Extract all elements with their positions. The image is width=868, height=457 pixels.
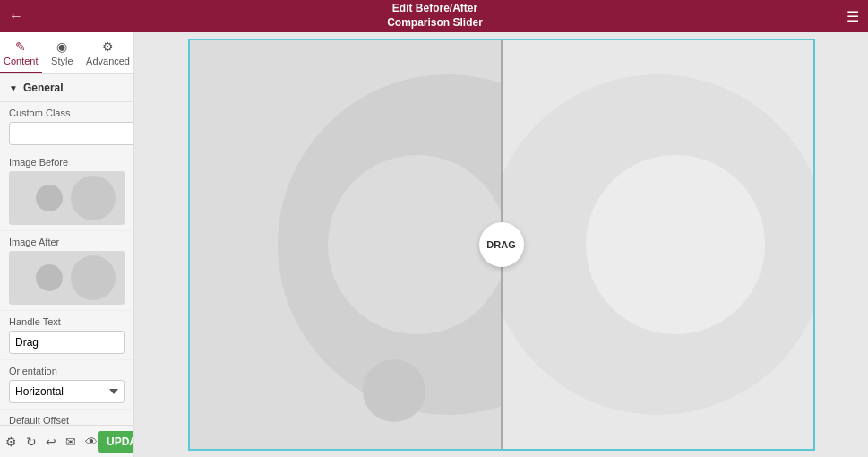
image-after-circle <box>36 264 63 291</box>
settings-icon[interactable]: ⚙ <box>5 435 17 449</box>
slider-widget[interactable]: DRAG <box>188 39 815 451</box>
back-icon[interactable]: ← <box>9 8 23 24</box>
handle-text-field: Handle Text <box>0 311 133 360</box>
content-icon: ✎ <box>15 39 26 54</box>
default-offset-field: Default Offset Default value is 50 (%) <box>0 410 133 425</box>
before-image-panel <box>190 40 502 449</box>
menu-icon[interactable]: ☰ <box>847 8 859 25</box>
preview-icon[interactable]: 👁 <box>85 435 98 449</box>
undo-icon[interactable]: ↩ <box>46 435 56 449</box>
canvas-area: DRAG <box>134 32 868 457</box>
image-after-label: Image After <box>9 237 125 247</box>
update-btn-group: UPDATE ▼ <box>98 431 134 453</box>
after-image-panel <box>502 40 813 449</box>
tab-style-label: Style <box>51 56 73 66</box>
orientation-select[interactable]: Horizontal Vertical <box>9 380 125 403</box>
general-arrow-icon: ▼ <box>9 83 18 93</box>
advanced-icon: ⚙ <box>102 39 114 54</box>
image-before-circle <box>36 185 63 211</box>
comment-icon[interactable]: ✉ <box>65 435 76 449</box>
image-before-placeholder[interactable] <box>9 171 125 225</box>
drag-handle[interactable]: DRAG <box>479 222 524 267</box>
custom-class-field: Custom Class ✕ <box>0 102 133 151</box>
tab-advanced[interactable]: ⚙ Advanced <box>82 32 133 73</box>
default-offset-label: Default Offset <box>9 415 125 425</box>
orientation-field: Orientation Horizontal Vertical <box>0 360 133 410</box>
handle-text-label: Handle Text <box>9 316 125 327</box>
general-section-label: General <box>23 82 64 94</box>
image-before-bg-circle <box>71 176 116 220</box>
bottom-bar: ⚙ ↻ ↩ ✉ 👁 UPDATE ▼ <box>0 425 133 457</box>
before-donut-inner <box>328 155 502 334</box>
after-donut-inner <box>586 155 765 334</box>
tab-advanced-label: Advanced <box>86 56 130 66</box>
general-section-header[interactable]: ▼ General <box>0 74 133 102</box>
main-layout: ✎ Content ◉ Style ⚙ Advanced ▼ General C… <box>0 32 868 457</box>
sidebar: ✎ Content ◉ Style ⚙ Advanced ▼ General C… <box>0 32 134 457</box>
image-before-label: Image Before <box>9 157 125 168</box>
refresh-icon[interactable]: ↻ <box>26 435 37 449</box>
style-icon: ◉ <box>56 39 67 54</box>
tab-style[interactable]: ◉ Style <box>42 32 83 73</box>
top-bar: ← Edit Before/After Comparison Slider ☰ <box>0 0 868 32</box>
update-button[interactable]: UPDATE <box>98 431 134 453</box>
custom-class-input-group: ✕ <box>9 122 125 145</box>
image-after-placeholder[interactable] <box>9 251 125 305</box>
image-after-bg-circle <box>71 255 116 300</box>
image-before-field: Image Before <box>0 151 133 231</box>
orientation-label: Orientation <box>9 366 125 376</box>
custom-class-input[interactable] <box>9 122 133 145</box>
image-after-field: Image After <box>0 231 133 311</box>
small-circle-bottom <box>363 359 425 422</box>
bottom-icons: ⚙ ↻ ↩ ✉ 👁 <box>5 435 98 449</box>
tabs: ✎ Content ◉ Style ⚙ Advanced <box>0 32 133 74</box>
custom-class-label: Custom Class <box>9 108 125 118</box>
tab-content[interactable]: ✎ Content <box>0 32 42 73</box>
top-bar-title: Edit Before/After Comparison Slider <box>23 2 847 30</box>
handle-text-input[interactable] <box>9 331 125 354</box>
sidebar-scroll: ▼ General Custom Class ✕ Image Before <box>0 74 133 425</box>
tab-content-label: Content <box>4 56 39 66</box>
drag-label: DRAG <box>486 239 515 250</box>
